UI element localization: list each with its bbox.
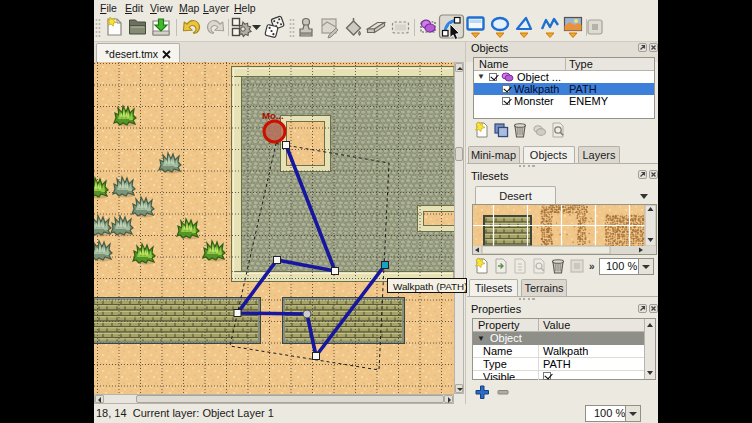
svg-text:Mo...: Mo... <box>262 110 284 121</box>
svg-text:»: » <box>589 261 595 272</box>
